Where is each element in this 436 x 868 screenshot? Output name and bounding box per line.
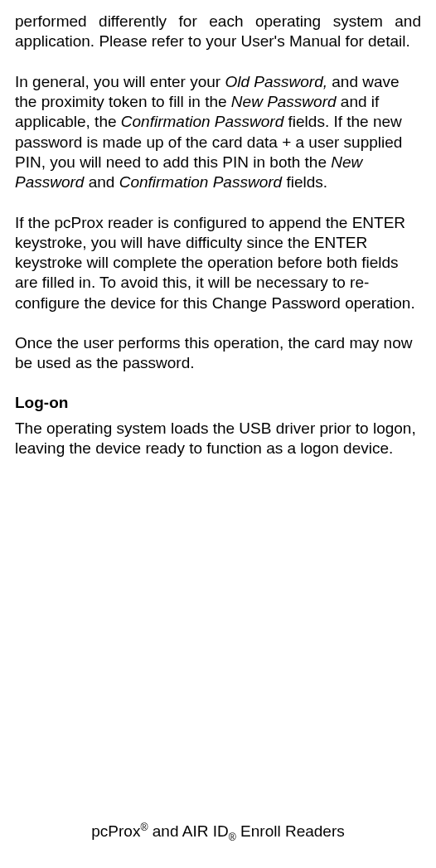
text-segment: In general, you will enter your — [15, 73, 225, 90]
paragraph-intro: performed differently for each operating… — [15, 12, 421, 52]
paragraph-card-password: Once the user performs this operation, t… — [15, 333, 421, 374]
text-segment: fields. — [282, 173, 327, 191]
italic-new-password: New Password — [231, 93, 337, 110]
heading-logon: Log-on — [15, 394, 421, 412]
footer-enroll: Enroll Readers — [236, 822, 345, 840]
footer-airid: and AIR ID — [148, 822, 229, 840]
italic-confirmation-password-2: Confirmation Password — [119, 173, 282, 191]
paragraph-password-instructions: In general, you will enter your Old Pass… — [15, 72, 421, 193]
italic-old-password: Old Password, — [225, 73, 327, 90]
footer: pcProx® and AIR ID® Enroll Readers — [15, 822, 421, 848]
text-segment: and — [84, 173, 119, 191]
registered-symbol-sub: ® — [229, 832, 236, 843]
italic-confirmation-password: Confirmation Password — [121, 113, 283, 130]
registered-symbol: ® — [140, 822, 148, 833]
paragraph-logon: The operating system loads the USB drive… — [15, 419, 421, 459]
footer-pcprox: pcProx — [91, 822, 140, 840]
paragraph-enter-keystroke: If the pcProx reader is configured to ap… — [15, 213, 421, 314]
